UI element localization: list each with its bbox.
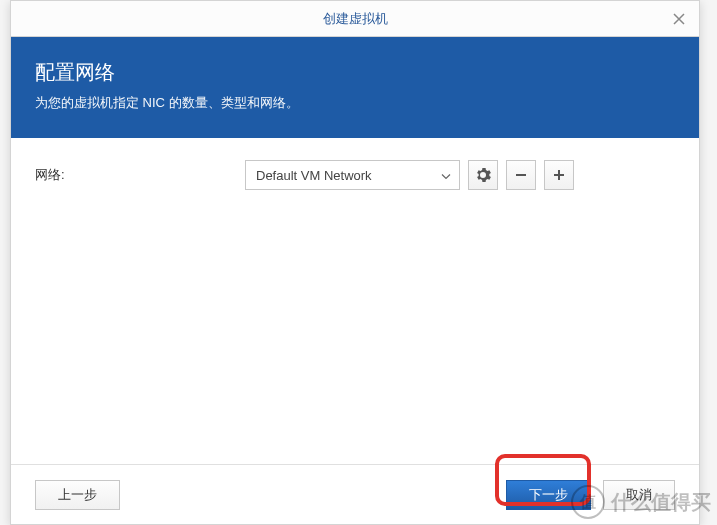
back-button[interactable]: 上一步: [35, 480, 120, 510]
titlebar: 创建虚拟机: [11, 1, 699, 37]
network-add-button[interactable]: [544, 160, 574, 190]
plus-icon: [553, 169, 565, 181]
network-select[interactable]: Default VM Network: [245, 160, 460, 190]
chevron-down-icon: [441, 168, 451, 183]
close-button[interactable]: [659, 1, 699, 37]
svg-rect-0: [516, 174, 526, 176]
create-vm-dialog: 创建虚拟机 配置网络 为您的虚拟机指定 NIC 的数量、类型和网络。 网络: D…: [10, 0, 700, 525]
gear-icon: [475, 167, 491, 183]
minus-icon: [515, 169, 527, 181]
step-banner: 配置网络 为您的虚拟机指定 NIC 的数量、类型和网络。: [11, 37, 699, 138]
step-heading: 配置网络: [35, 59, 675, 86]
network-remove-button[interactable]: [506, 160, 536, 190]
network-select-value: Default VM Network: [256, 168, 372, 183]
svg-rect-2: [554, 174, 564, 176]
cancel-button[interactable]: 取消: [603, 480, 675, 510]
network-settings-button[interactable]: [468, 160, 498, 190]
step-subtext: 为您的虚拟机指定 NIC 的数量、类型和网络。: [35, 94, 675, 112]
close-icon: [673, 13, 685, 25]
dialog-title: 创建虚拟机: [323, 10, 388, 28]
next-button[interactable]: 下一步: [506, 480, 591, 510]
dialog-footer: 上一步 下一步 取消: [11, 464, 699, 524]
network-label: 网络:: [35, 166, 245, 184]
dialog-content: 网络: Default VM Network: [11, 138, 699, 464]
network-row: 网络: Default VM Network: [35, 160, 675, 190]
